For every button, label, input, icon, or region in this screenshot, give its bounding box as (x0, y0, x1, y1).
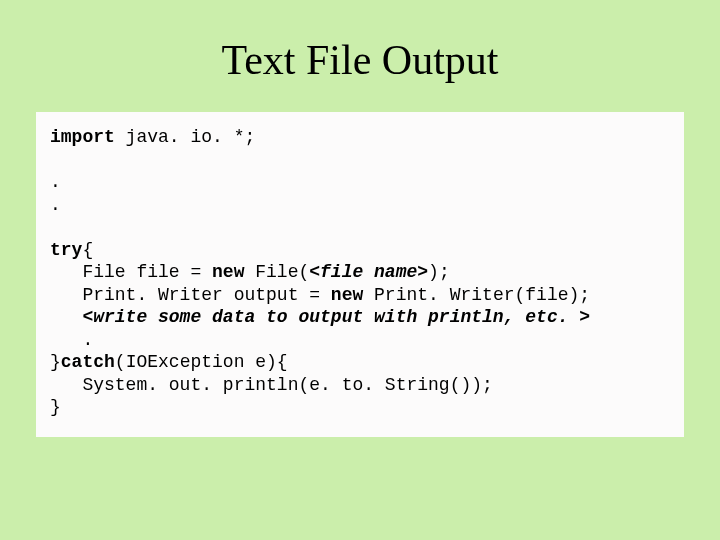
code-text: (IOException e){ (115, 352, 288, 372)
code-text: File file = (50, 262, 212, 282)
placeholder-write: <write some data to output with println,… (50, 307, 590, 327)
code-text: } (50, 397, 61, 417)
code-text: . (50, 330, 93, 350)
kw-catch: catch (61, 352, 115, 372)
slide: Text File Output import java. io. *; . .… (0, 0, 720, 540)
code-block: import java. io. *; . . try{ File file =… (36, 112, 684, 437)
placeholder-filename: <file name> (309, 262, 428, 282)
code-text: System. out. println(e. to. String()); (50, 375, 493, 395)
slide-title: Text File Output (0, 0, 720, 112)
code-text: ); (428, 262, 450, 282)
kw-import: import (50, 127, 115, 147)
code-text: File( (244, 262, 309, 282)
kw-new: new (331, 285, 363, 305)
code-text: { (82, 240, 93, 260)
kw-try: try (50, 240, 82, 260)
code-text: java. io. *; (115, 127, 255, 147)
kw-new: new (212, 262, 244, 282)
code-text: Print. Writer(file); (363, 285, 590, 305)
code-text: } (50, 352, 61, 372)
code-text: Print. Writer output = (50, 285, 331, 305)
